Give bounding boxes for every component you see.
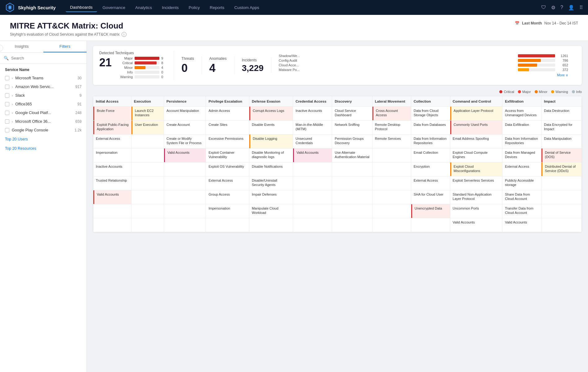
matrix-cell-6-7[interactable] <box>372 190 411 204</box>
matrix-cell-0-1[interactable]: Launch EC2 Instances <box>131 107 164 121</box>
sidebar-item-slack[interactable]: › Slack 9 <box>0 91 87 100</box>
matrix-cell-4-0[interactable]: Inactive Accounts <box>93 162 131 176</box>
checkbox-ms-office[interactable] <box>5 119 9 124</box>
matrix-cell-8-10[interactable]: Valid Accounts <box>502 218 541 232</box>
matrix-cell-7-10[interactable]: Transfer Data from Cloud Account <box>502 204 541 218</box>
matrix-cell-8-11[interactable] <box>541 218 582 232</box>
matrix-cell-6-4[interactable]: Impair Defenses <box>249 190 293 204</box>
matrix-cell-0-8[interactable]: Data from Cloud Storage Objects <box>411 107 450 121</box>
matrix-cell-3-10[interactable]: Data from Managed Devices <box>502 148 541 162</box>
more-link[interactable]: More ∨ <box>557 73 568 77</box>
info-icon[interactable]: i <box>122 32 127 37</box>
nav-analytics[interactable]: Analytics <box>131 3 156 12</box>
matrix-cell-2-6[interactable]: Permission Groups Discovery <box>332 135 372 148</box>
matrix-cell-4-9[interactable]: Exploit Cloud Misconfigurations <box>450 162 502 176</box>
matrix-cell-1-8[interactable]: Data from Databases <box>411 121 450 135</box>
matrix-cell-3-9[interactable]: Exploit Cloud Compute Engines <box>450 148 502 162</box>
sidebar-item-office365[interactable]: › Office365 91 <box>0 100 87 108</box>
matrix-cell-2-0[interactable]: External Access <box>93 135 131 148</box>
matrix-cell-4-11[interactable]: Distributed Denial of Service (DDoS) <box>541 162 582 176</box>
matrix-cell-2-11[interactable]: Data Manipulation <box>541 135 582 148</box>
matrix-cell-5-7[interactable] <box>372 176 411 190</box>
matrix-cell-0-5[interactable]: Inactive Accounts <box>293 107 332 121</box>
matrix-cell-6-3[interactable]: Group Access <box>206 190 249 204</box>
nav-reports[interactable]: Reports <box>205 3 229 12</box>
matrix-cell-0-7[interactable]: Cross Account Access <box>372 107 411 121</box>
matrix-cell-5-8[interactable]: External Access <box>411 176 450 190</box>
matrix-cell-5-4[interactable]: Disable/Uninstall Security Agents <box>249 176 293 190</box>
matrix-cell-6-8[interactable]: SHA for Cloud User <box>411 190 450 204</box>
matrix-cell-1-11[interactable]: Data Encrypted for Impact <box>541 121 582 135</box>
matrix-cell-0-6[interactable]: Cloud Service Dashboard <box>332 107 372 121</box>
tab-filters[interactable]: Filters <box>43 41 87 52</box>
matrix-cell-3-6[interactable]: Use Alternate Authentication Material <box>332 148 372 162</box>
checkbox-gcp[interactable] <box>5 111 9 115</box>
matrix-cell-3-3[interactable]: Exploit Container Vulnerability <box>206 148 249 162</box>
matrix-cell-6-11[interactable] <box>541 190 582 204</box>
matrix-cell-0-2[interactable]: Account Manipulation <box>164 107 206 121</box>
matrix-cell-0-3[interactable]: Admin Access <box>206 107 249 121</box>
matrix-cell-4-5[interactable] <box>293 162 332 176</box>
matrix-cell-5-0[interactable]: Trusted Relationship <box>93 176 131 190</box>
matrix-cell-7-11[interactable] <box>541 204 582 218</box>
matrix-cell-3-5[interactable]: Valid Accounts <box>293 148 332 162</box>
matrix-cell-2-3[interactable]: Excessive Permissions <box>206 135 249 148</box>
matrix-cell-5-9[interactable]: Exploit Serverless Services <box>450 176 502 190</box>
matrix-cell-7-8[interactable]: Unencrypted Data <box>411 204 450 218</box>
matrix-cell-5-5[interactable] <box>293 176 332 190</box>
matrix-cell-1-3[interactable]: Create Sites <box>206 121 249 135</box>
sidebar-item-aws[interactable]: › Amazon Web Servic... 917 <box>0 82 87 91</box>
matrix-cell-2-8[interactable]: Data from Information Repositories <box>411 135 450 148</box>
nav-custom-apps[interactable]: Custom Apps <box>230 3 263 12</box>
matrix-cell-3-11[interactable]: Denial of Service (DOS) <box>541 148 582 162</box>
matrix-cell-3-1[interactable] <box>131 148 164 162</box>
matrix-cell-0-11[interactable]: Data Destruction <box>541 107 582 121</box>
matrix-cell-4-4[interactable]: Disable Notifications <box>249 162 293 176</box>
matrix-cell-8-2[interactable] <box>164 218 206 232</box>
search-input[interactable] <box>11 56 83 60</box>
matrix-cell-2-4[interactable]: Disable Logging <box>249 135 293 148</box>
matrix-cell-7-6[interactable] <box>332 204 372 218</box>
matrix-cell-1-9[interactable]: Commonly Used Ports <box>450 121 502 135</box>
checkbox-slack[interactable] <box>5 93 9 98</box>
matrix-cell-4-8[interactable]: Encryption <box>411 162 450 176</box>
matrix-cell-8-4[interactable] <box>249 218 293 232</box>
top-users-link[interactable]: Top 20 Users <box>0 135 87 144</box>
matrix-cell-7-9[interactable]: Uncommon Ports <box>450 204 502 218</box>
matrix-cell-1-4[interactable]: Disable Events <box>249 121 293 135</box>
matrix-cell-8-9[interactable]: Valid Accounts <box>450 218 502 232</box>
matrix-cell-1-0[interactable]: Exploit Public-Facing Application <box>93 121 131 135</box>
matrix-cell-4-3[interactable]: Exploit OS Vulnerability <box>206 162 249 176</box>
matrix-cell-1-7[interactable]: Remote Desktop Protocol <box>372 121 411 135</box>
matrix-cell-4-1[interactable] <box>131 162 164 176</box>
nav-policy[interactable]: Policy <box>184 3 204 12</box>
matrix-cell-6-2[interactable] <box>164 190 206 204</box>
matrix-cell-8-5[interactable] <box>293 218 332 232</box>
checkbox-microsoft-teams[interactable] <box>5 76 9 80</box>
matrix-cell-6-9[interactable]: Standard Non-Application Layer Protocol <box>450 190 502 204</box>
matrix-cell-4-2[interactable] <box>164 162 206 176</box>
matrix-cell-5-11[interactable] <box>541 176 582 190</box>
matrix-cell-1-6[interactable]: Network Sniffing <box>332 121 372 135</box>
matrix-cell-0-10[interactable]: Access from Unmanaged Devices <box>502 107 541 121</box>
matrix-cell-8-1[interactable] <box>131 218 164 232</box>
user-icon[interactable]: 👤 <box>568 5 574 11</box>
matrix-cell-0-0[interactable]: Brute Force <box>93 107 131 121</box>
matrix-cell-5-2[interactable] <box>164 176 206 190</box>
matrix-cell-5-6[interactable] <box>332 176 372 190</box>
matrix-cell-4-6[interactable] <box>332 162 372 176</box>
tab-insights[interactable]: Insights <box>0 41 43 52</box>
matrix-cell-0-9[interactable]: Application Layer Protocol <box>450 107 502 121</box>
matrix-cell-0-4[interactable]: Corrupt Access Logs <box>249 107 293 121</box>
matrix-cell-5-3[interactable]: External Access <box>206 176 249 190</box>
sidebar-item-ms-office[interactable]: › Microsoft Office 36... 659 <box>0 117 87 126</box>
matrix-cell-7-7[interactable] <box>372 204 411 218</box>
gear-icon[interactable]: ⚙ <box>551 5 555 11</box>
matrix-cell-3-4[interactable]: Disable Monitoring of diagnostic logs <box>249 148 293 162</box>
matrix-cell-7-3[interactable]: Impersonation <box>206 204 249 218</box>
matrix-cell-6-0[interactable]: Valid Accounts <box>93 190 131 204</box>
help-icon[interactable]: ? <box>560 5 563 10</box>
matrix-cell-6-10[interactable]: Share Data from Cloud Account <box>502 190 541 204</box>
checkbox-office365[interactable] <box>5 102 9 106</box>
matrix-cell-2-1[interactable] <box>131 135 164 148</box>
